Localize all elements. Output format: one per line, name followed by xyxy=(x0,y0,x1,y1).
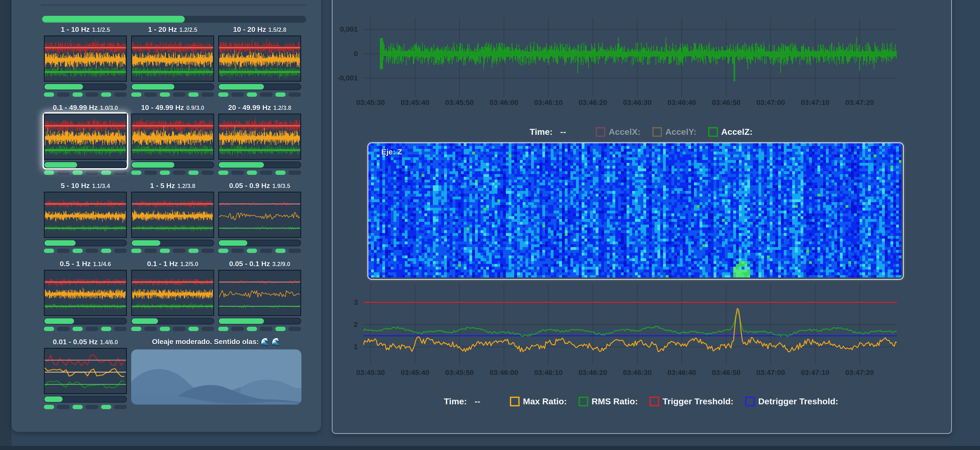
segment-indicator-on xyxy=(101,405,111,409)
band-progress-fill xyxy=(45,318,74,324)
band-waveform-preview xyxy=(218,270,301,316)
segment-indicator-on xyxy=(218,249,228,253)
time-tick-label: 03:46:00 xyxy=(482,369,527,377)
band-progress-bar xyxy=(218,318,301,324)
band-range-text: 0.5 - 1 Hz xyxy=(60,260,91,268)
segment-indicator-off xyxy=(144,170,157,175)
segment-indicator-off xyxy=(57,327,70,331)
band-segment-indicators xyxy=(44,327,127,331)
acquisition-progress-fill xyxy=(42,16,185,23)
band-waveform-preview xyxy=(44,35,127,82)
accel-waveform-chart[interactable] xyxy=(363,8,897,100)
time-tick-label: 03:45:40 xyxy=(393,99,438,107)
segment-indicator-on xyxy=(188,170,199,175)
time-tick-label: 03:46:50 xyxy=(704,369,749,377)
segment-indicator-off xyxy=(144,327,157,331)
spectrogram-plot[interactable] xyxy=(368,142,904,280)
band-thumbnail[interactable]: 1 - 10 Hz1.1/2.5 xyxy=(44,25,127,97)
band-ratio-text: 1.0/3.0 xyxy=(100,105,118,111)
band-thumbnail[interactable]: 10 - 49.99 Hz0.9/3.0 xyxy=(131,103,214,175)
time-tick-label: 03:45:50 xyxy=(437,99,482,107)
time-tick-label: 03:46:20 xyxy=(570,369,615,377)
band-thumbnail-label: 0.5 - 1 Hz1.1/4.6 xyxy=(44,259,127,270)
time-tick-label: 03:47:00 xyxy=(748,99,793,107)
band-thumbnail[interactable]: 0.05 - 0.1 Hz3.2/9.0 xyxy=(218,259,301,331)
band-thumbnail[interactable]: 1 - 20 Hz1.2/2.5 xyxy=(131,25,214,97)
segment-indicator-off xyxy=(114,327,127,331)
band-ratio-text: 1.9/3.5 xyxy=(272,183,290,189)
segment-indicator-off xyxy=(86,170,98,175)
band-segment-indicators xyxy=(131,92,214,97)
wave-icon: 🌊 🌊 xyxy=(261,338,281,346)
segment-indicator-off xyxy=(260,249,272,253)
segment-indicator-on xyxy=(275,249,286,253)
band-segment-indicators xyxy=(131,249,214,253)
band-range-text: 1 - 5 Hz xyxy=(150,182,175,190)
legend-series-toggle[interactable]: AccelY: xyxy=(652,127,697,137)
sidebar-top-divider xyxy=(41,5,306,6)
time-tick-label: 03:46:30 xyxy=(615,99,660,107)
time-tick-label: 03:46:40 xyxy=(659,99,704,107)
time-tick-label: 03:46:00 xyxy=(482,99,527,107)
band-range-text: 0.01 - 0.05 Hz xyxy=(53,338,98,346)
legend-series-label: Trigger Treshold: xyxy=(662,396,733,406)
legend-series-toggle[interactable]: AccelZ: xyxy=(708,127,752,137)
legend-color-swatch-icon xyxy=(708,127,718,137)
band-range-text: 0.05 - 0.1 Hz xyxy=(229,260,270,268)
legend-series-toggle[interactable]: Trigger Treshold: xyxy=(649,396,733,406)
segment-indicator-off xyxy=(288,92,301,97)
band-progress-fill xyxy=(219,84,264,90)
band-thumbnail[interactable]: 1 - 5 Hz1.2/3.8 xyxy=(131,181,214,253)
segment-indicator-on xyxy=(218,170,228,175)
band-progress-fill xyxy=(45,396,62,402)
band-thumbnail[interactable]: 0.05 - 0.9 Hz1.9/3.5 xyxy=(218,181,301,253)
segment-indicator-on xyxy=(188,327,199,331)
y-axis-label: 0,001 xyxy=(314,25,358,33)
legend-series-toggle[interactable]: Detrigger Treshold: xyxy=(745,396,838,406)
band-waveform-preview xyxy=(44,192,127,238)
spectrogram-canvas xyxy=(368,143,901,277)
band-progress-bar xyxy=(131,83,214,90)
band-thumbnail-body xyxy=(218,192,301,246)
segment-indicator-off xyxy=(114,170,127,175)
band-ratio-text: 1.2/2.5 xyxy=(180,27,197,33)
segment-indicator-on xyxy=(160,327,170,331)
bottom-edge-strip xyxy=(0,446,980,450)
segment-indicator-off xyxy=(173,249,186,253)
band-ratio-text: 1.1/2.5 xyxy=(92,27,110,33)
band-thumbnail[interactable]: 5 - 10 Hz1.1/3.4 xyxy=(44,181,127,253)
segment-indicator-on xyxy=(44,327,54,331)
legend-time-readout: Time:-- xyxy=(530,127,566,137)
band-progress-fill xyxy=(45,84,83,90)
legend-series-toggle[interactable]: RMS Ratio: xyxy=(579,396,638,406)
legend-time-readout: Time:-- xyxy=(444,396,480,406)
band-range-text: 10 - 49.99 Hz xyxy=(141,103,184,111)
segment-indicator-on xyxy=(73,405,83,409)
segment-indicator-on xyxy=(275,92,286,97)
trigger-ratio-chart[interactable] xyxy=(363,281,897,367)
segment-indicator-off xyxy=(260,170,272,175)
legend-time-label: Time: xyxy=(444,396,467,406)
segment-indicator-off xyxy=(288,327,301,331)
band-thumbnail[interactable]: 0.1 - 49.99 Hz1.0/3.0 xyxy=(44,103,127,175)
legend-series-toggle[interactable]: Max Ratio: xyxy=(510,396,567,406)
legend-series-label: AccelZ: xyxy=(721,127,752,137)
segment-indicator-on xyxy=(160,170,170,175)
legend-series-toggle[interactable]: AccelX: xyxy=(596,127,641,137)
segment-indicator-on xyxy=(101,327,111,331)
band-thumbnail[interactable]: 10 - 20 Hz1.5/2.8 xyxy=(218,25,301,97)
band-progress-fill xyxy=(45,162,77,168)
legend-series-label: AccelY: xyxy=(665,127,697,137)
time-tick-label: 03:45:30 xyxy=(348,369,393,377)
band-thumbnail-body xyxy=(44,270,127,324)
wave-status-label: Oleaje moderado. Sentido olas: xyxy=(152,338,259,346)
band-thumbnail[interactable]: 0.5 - 1 Hz1.1/4.6 xyxy=(44,259,127,331)
band-waveform-preview xyxy=(131,35,214,82)
time-tick-label: 03:47:20 xyxy=(837,369,882,377)
legend-color-swatch-icon xyxy=(579,397,588,406)
band-thumbnail[interactable]: 0.1 - 1 Hz1.2/5.0 xyxy=(131,259,214,331)
segment-indicator-off xyxy=(288,170,301,175)
band-thumbnail[interactable]: 20 - 49.99 Hz1.2/3.8 xyxy=(218,103,301,175)
band-thumbnail[interactable]: 0.01 - 0.05 Hz1.4/6.0 xyxy=(44,337,127,409)
band-thumbnail-body xyxy=(44,192,127,246)
